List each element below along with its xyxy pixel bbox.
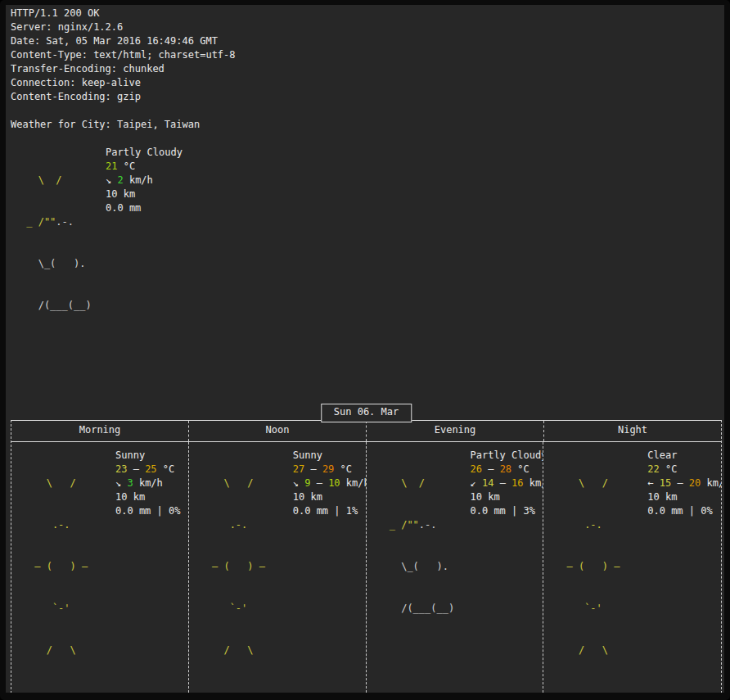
column-header-evening: Evening	[367, 421, 544, 441]
http-header-content-type: Content-Type: text/html; charset=utf-8	[11, 48, 724, 62]
period-header-row: Morning Noon Evening Night	[11, 421, 721, 442]
visibility-value: 10 km	[647, 490, 721, 504]
http-header-server: Server: nginx/1.2.6	[11, 20, 724, 34]
precipitation-value: 0.0 mm	[106, 201, 182, 215]
http-header-date: Date: Sat, 05 Mar 2016 16:49:46 GMT	[11, 34, 724, 48]
partly-cloudy-icon: \ / _ /"".-. \_( ). /(___(__)	[371, 449, 471, 685]
http-header-connection: Connection: keep-alive	[11, 76, 724, 90]
visibility-value: 10 km	[115, 490, 180, 504]
http-status-line: HTTP/1.1 200 OK	[11, 7, 724, 20]
http-header-transfer-encoding: Transfer-Encoding: chunked	[11, 62, 724, 76]
wind-speed: ← 15 – 20 km/h	[647, 476, 721, 490]
visibility-value: 10 km	[106, 187, 182, 201]
partly-cloudy-icon: \ / _ /"".-. \_( ). /(___(__)	[11, 146, 106, 382]
clear-icon: \ / .-. – ( ) – `-' / \	[548, 449, 647, 685]
weather-location-title: Weather for City: Taipei, Taiwan	[11, 118, 724, 132]
terminal-window: HTTP/1.1 200 OK Server: nginx/1.2.6 Date…	[0, 0, 730, 700]
temperature-range: 26 – 28 °C	[471, 463, 544, 476]
temperature-range: 23 – 25 °C	[115, 463, 180, 476]
visibility-value: 10 km	[471, 490, 544, 504]
precipitation-value: 0.0 mm | 0%	[115, 504, 180, 518]
temperature-range: 22 °C	[647, 463, 721, 476]
date-box: Sun 06. Mar	[321, 404, 412, 422]
forecast-cell-night: \ / .-. – ( ) – `-' / \ Clear 22 °C ← 15…	[543, 442, 721, 693]
forecast-day-1: Sun 06. Mar Morning Noon Evening Night \…	[11, 420, 722, 693]
condition-label: Sunny	[293, 449, 367, 463]
http-header-content-encoding: Content-Encoding: gzip	[11, 90, 724, 104]
wind-speed: ↙ 14 – 16 km/h	[471, 476, 544, 490]
condition-label: Partly Cloudy	[471, 449, 544, 463]
wind-speed: ↘ 3 km/h	[115, 476, 180, 490]
forecast-cell-morning: \ / .-. – ( ) – `-' / \ Sunny 23 – 25 °C…	[11, 442, 189, 693]
precipitation-value: 0.0 mm | 1%	[293, 504, 367, 518]
condition-label: Clear	[647, 449, 721, 463]
current-conditions: \ / _ /"".-. \_( ). /(___(__) Partly Clo…	[11, 146, 724, 382]
sunny-icon: \ / .-. – ( ) – `-' / \	[16, 449, 115, 685]
column-header-night: Night	[544, 421, 721, 441]
column-header-morning: Morning	[11, 421, 189, 441]
temperature-range: 27 – 29 °C	[293, 463, 367, 476]
precipitation-value: 0.0 mm | 0%	[647, 504, 721, 518]
wind-speed: ↘ 9 – 10 km/h	[293, 476, 367, 490]
wind-speed: ↘ 2 km/h	[106, 174, 182, 187]
sunny-icon: \ / .-. – ( ) – `-' / \	[193, 449, 293, 685]
forecast-cell-evening: \ / _ /"".-. \_( ). /(___(__) Partly Clo…	[367, 442, 544, 693]
visibility-value: 10 km	[293, 490, 367, 504]
condition-label: Sunny	[115, 449, 180, 463]
terminal-screen: HTTP/1.1 200 OK Server: nginx/1.2.6 Date…	[6, 5, 724, 693]
precipitation-value: 0.0 mm | 3%	[471, 504, 544, 518]
column-header-noon: Noon	[189, 421, 367, 441]
http-response-headers: HTTP/1.1 200 OK Server: nginx/1.2.6 Date…	[11, 7, 724, 104]
condition-label: Partly Cloudy	[106, 146, 182, 160]
forecast-cell-noon: \ / .-. – ( ) – `-' / \ Sunny 27 – 29 °C…	[189, 442, 367, 693]
temperature-value: 21 °C	[106, 160, 182, 174]
